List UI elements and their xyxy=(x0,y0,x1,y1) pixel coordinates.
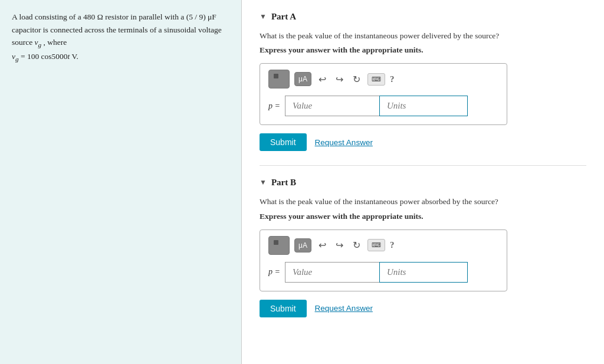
part-a-input-row: p = xyxy=(268,96,498,116)
part-b-keyboard-button[interactable]: ⌨ xyxy=(367,239,385,251)
part-b-question: What is the peak value of the instantane… xyxy=(260,196,586,208)
problem-panel: A load consisting of a 480 Ω resistor in… xyxy=(0,0,242,364)
part-b-title: Part B xyxy=(271,178,296,188)
part-a-instruction: Express your answer with the appropriate… xyxy=(260,45,586,55)
part-a-value-input[interactable] xyxy=(285,96,379,116)
part-a-answer-box: μA ↩ ↪ ↻ ⌨ ? p = xyxy=(260,63,507,125)
part-b-units-input[interactable] xyxy=(379,262,468,283)
part-a-keyboard-icon: ⌨ xyxy=(372,76,381,83)
part-a-submit-button[interactable]: Submit xyxy=(260,133,307,151)
part-b-input-row: p = xyxy=(268,262,498,283)
part-b-p-label: p = xyxy=(268,267,280,277)
part-a-title: Part A xyxy=(271,12,296,22)
part-b-value-input[interactable] xyxy=(285,262,379,283)
part-a-section: ▼ Part A What is the peak value of the i… xyxy=(260,12,586,151)
part-a-question: What is the peak value of the instantane… xyxy=(260,30,586,42)
part-a-collapse-arrow[interactable]: ▼ xyxy=(260,12,267,21)
part-a-p-label: p = xyxy=(268,101,280,111)
part-b-help-button[interactable]: ? xyxy=(390,240,395,250)
part-a-buttons: Submit Request Answer xyxy=(260,133,586,151)
part-a-unit-label: μA xyxy=(298,75,307,83)
svg-rect-4 xyxy=(274,240,278,245)
svg-rect-1 xyxy=(280,74,284,78)
part-b-undo-button[interactable]: ↩ xyxy=(316,238,329,252)
part-b-request-answer-link[interactable]: Request Answer xyxy=(315,304,373,313)
part-a-matrix-button[interactable] xyxy=(268,70,290,88)
part-a-units-input[interactable] xyxy=(379,96,468,116)
part-b-refresh-button[interactable]: ↻ xyxy=(350,238,363,252)
part-b-section: ▼ Part B What is the peak value of the i… xyxy=(260,178,586,317)
part-b-unit-label: μA xyxy=(298,241,307,250)
svg-rect-7 xyxy=(280,246,284,251)
svg-rect-2 xyxy=(274,80,278,84)
part-b-toolbar: μA ↩ ↪ ↻ ⌨ ? xyxy=(268,236,498,255)
part-a-refresh-button[interactable]: ↻ xyxy=(350,73,363,86)
right-panel: ▼ Part A What is the peak value of the i… xyxy=(242,0,604,364)
part-a-toolbar: μA ↩ ↪ ↻ ⌨ ? xyxy=(268,70,498,88)
part-b-header: ▼ Part B xyxy=(260,178,586,188)
svg-rect-3 xyxy=(280,80,284,84)
part-divider xyxy=(260,165,586,166)
part-b-redo-button[interactable]: ↪ xyxy=(333,238,346,252)
part-a-keyboard-button[interactable]: ⌨ xyxy=(367,73,385,86)
part-a-help-button[interactable]: ? xyxy=(390,74,395,84)
part-b-collapse-arrow[interactable]: ▼ xyxy=(260,178,267,187)
part-a-header: ▼ Part A xyxy=(260,12,586,22)
part-b-matrix-button[interactable] xyxy=(268,236,290,255)
part-b-buttons: Submit Request Answer xyxy=(260,300,586,317)
part-a-unit-button[interactable]: μA xyxy=(294,72,311,86)
part-a-redo-button[interactable]: ↪ xyxy=(333,73,346,86)
part-b-answer-box: μA ↩ ↪ ↻ ⌨ ? p = xyxy=(260,229,507,291)
svg-rect-0 xyxy=(274,74,278,78)
svg-rect-5 xyxy=(280,240,284,245)
part-b-submit-button[interactable]: Submit xyxy=(260,300,307,317)
part-a-request-answer-link[interactable]: Request Answer xyxy=(315,138,373,147)
problem-description: A load consisting of a 480 Ω resistor in… xyxy=(12,11,229,64)
svg-rect-6 xyxy=(274,246,278,251)
part-b-keyboard-icon: ⌨ xyxy=(372,241,381,248)
part-a-undo-button[interactable]: ↩ xyxy=(316,73,329,86)
part-b-unit-button[interactable]: μA xyxy=(294,238,311,252)
part-b-instruction: Express your answer with the appropriate… xyxy=(260,212,586,221)
